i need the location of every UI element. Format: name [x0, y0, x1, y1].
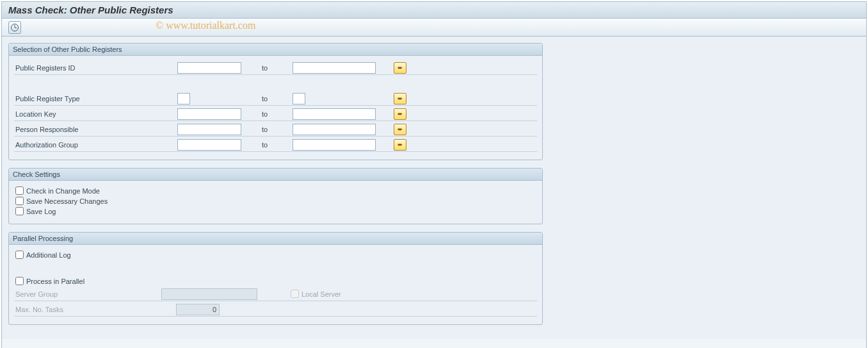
checkbox-save-changes[interactable]: [15, 197, 24, 205]
label-authorization-group: Authorization Group: [14, 141, 177, 149]
row-local-server: Local Server: [289, 290, 341, 298]
checkbox-additional-log[interactable]: [15, 251, 24, 259]
multi-select-location-key[interactable]: ➨: [394, 108, 406, 120]
to-label-1: to: [254, 64, 293, 72]
input-public-registers-id-to[interactable]: [293, 62, 376, 74]
title-bar: Mass Check: Other Public Registers: [2, 2, 866, 19]
clock-icon: [11, 24, 19, 31]
row-public-register-type: Public Register Type to ➨: [14, 92, 537, 106]
label-location-key: Location Key: [14, 110, 177, 118]
row-authorization-group: Authorization Group to ➨: [14, 138, 537, 152]
label-max-tasks: Max. No. Tasks: [14, 306, 176, 313]
label-save-log: Save Log: [26, 208, 56, 215]
group-parallel: Parallel Processing Additional Log Proce…: [8, 232, 543, 325]
to-label-5: to: [254, 141, 293, 149]
row-max-tasks: Max. No. Tasks: [14, 302, 537, 317]
input-person-responsible-from[interactable]: [177, 124, 241, 135]
row-server-group: Server Group Local Server: [14, 287, 537, 301]
label-additional-log: Additional Log: [26, 251, 71, 259]
group-parallel-header: Parallel Processing: [9, 233, 542, 245]
label-local-server: Local Server: [301, 290, 341, 298]
arrow-right-icon: ➨: [398, 65, 403, 71]
row-additional-log: Additional Log: [14, 251, 537, 259]
group-check-settings-header: Check Settings: [9, 169, 542, 181]
to-label-4: to: [254, 126, 293, 133]
multi-select-public-register-type[interactable]: ➨: [394, 93, 406, 104]
page-title: Mass Check: Other Public Registers: [8, 4, 173, 15]
checkbox-process-parallel[interactable]: [15, 277, 24, 285]
row-process-parallel: Process in Parallel: [14, 277, 537, 285]
arrow-right-icon: ➨: [398, 95, 403, 102]
arrow-right-icon: ➨: [398, 111, 403, 117]
input-authorization-group-to[interactable]: [293, 139, 376, 151]
input-location-key-from[interactable]: [177, 108, 241, 120]
multi-select-person-responsible[interactable]: ➨: [394, 124, 406, 135]
spacer-row-2: [14, 261, 537, 275]
toolbar: © www.tutorialkart.com: [2, 19, 866, 37]
group-check-settings-body: Check in Change Mode Save Necessary Chan…: [9, 181, 542, 224]
group-selection-body: Public Registers ID to ➨ Public Register…: [9, 56, 542, 160]
label-check-change-mode: Check in Change Mode: [26, 187, 100, 195]
checkbox-check-change-mode[interactable]: [15, 186, 24, 195]
content-area: Selection of Other Public Registers Publ…: [2, 37, 866, 339]
checkbox-save-log[interactable]: [15, 207, 24, 215]
row-location-key: Location Key to ➨: [14, 107, 537, 121]
input-server-group: [161, 288, 257, 300]
label-person-responsible: Person Responsible: [14, 126, 177, 133]
watermark-text: © www.tutorialkart.com: [156, 20, 255, 31]
to-label-3: to: [254, 110, 293, 118]
row-public-registers-id: Public Registers ID to ➨: [14, 61, 537, 75]
multi-select-authorization-group[interactable]: ➨: [394, 139, 406, 151]
group-selection-header: Selection of Other Public Registers: [9, 44, 542, 56]
to-label-2: to: [254, 95, 293, 103]
group-check-settings: Check Settings Check in Change Mode Save…: [8, 168, 543, 224]
input-location-key-to[interactable]: [293, 108, 376, 120]
row-save-log: Save Log: [14, 207, 537, 215]
spacer-row: [14, 76, 537, 90]
label-process-parallel: Process in Parallel: [26, 278, 84, 285]
row-person-responsible: Person Responsible to ➨: [14, 122, 537, 137]
checkbox-local-server: [291, 290, 299, 298]
label-server-group: Server Group: [14, 290, 161, 298]
input-public-registers-id-from[interactable]: [177, 62, 241, 74]
input-public-register-type-from[interactable]: [177, 93, 190, 104]
label-save-changes: Save Necessary Changes: [26, 197, 108, 205]
label-public-register-type: Public Register Type: [14, 95, 177, 103]
execute-button[interactable]: [8, 21, 21, 34]
group-parallel-body: Additional Log Process in Parallel Serve…: [9, 245, 542, 324]
input-authorization-group-from[interactable]: [177, 139, 241, 151]
input-public-register-type-to[interactable]: [293, 93, 305, 104]
app-container: Mass Check: Other Public Registers © www…: [1, 1, 867, 348]
arrow-right-icon: ➨: [398, 126, 403, 133]
arrow-right-icon: ➨: [398, 142, 403, 148]
row-check-change-mode: Check in Change Mode: [14, 186, 537, 195]
input-max-tasks: [176, 304, 220, 315]
row-save-changes: Save Necessary Changes: [14, 197, 537, 205]
group-selection: Selection of Other Public Registers Publ…: [8, 43, 543, 160]
input-person-responsible-to[interactable]: [293, 124, 376, 135]
multi-select-public-registers-id[interactable]: ➨: [394, 62, 406, 74]
label-public-registers-id: Public Registers ID: [14, 64, 177, 72]
